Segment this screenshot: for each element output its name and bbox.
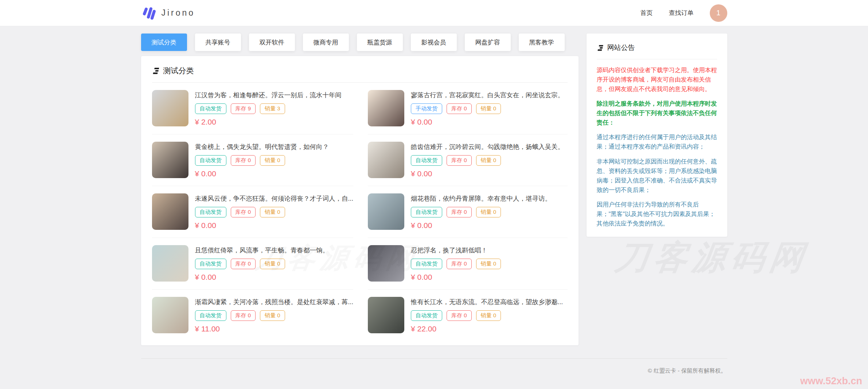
- delivery-badge: 自动发货: [411, 310, 442, 321]
- delivery-badge: 自动发货: [411, 155, 442, 166]
- site-footer: © 红盟云卡 - 保留所有解释权。: [141, 358, 727, 375]
- footer-copyright: © 红盟云卡 - 保留所有解释权。: [648, 368, 727, 374]
- delivery-badge: 自动发货: [195, 103, 226, 114]
- stock-badge: 库存 0: [231, 207, 256, 217]
- site-header: Jirono 首页 查找订单 1: [0, 0, 868, 26]
- sales-badge: 销量 0: [476, 259, 501, 269]
- product-title: 渐霜风凄紧，关河冷落，残照当楼。是处红衰翠减，苒...: [195, 298, 354, 306]
- product-price: ¥ 11.00: [195, 325, 354, 333]
- product-title: 烟花巷陌，依约丹青屏障。幸有意中人，堪寻访。: [411, 194, 551, 203]
- stock-badge: 库存 0: [447, 155, 472, 166]
- section-title: 测试分类: [163, 66, 194, 76]
- product-price: ¥ 0.00: [195, 221, 354, 230]
- delivery-badge: 自动发货: [411, 259, 442, 269]
- sales-badge: 销量 0: [260, 207, 285, 217]
- notice-list-icon: [597, 44, 604, 52]
- stock-badge: 库存 0: [447, 103, 472, 114]
- delivery-badge: 自动发货: [195, 310, 226, 321]
- product-thumbnail: [152, 90, 188, 126]
- stock-badge: 库存 0: [447, 310, 472, 321]
- notice-paragraph: 除注明之服务条款外，对用户使用本程序时发生的包括但不限于下列有关事项依法不负任何…: [597, 99, 717, 127]
- delivery-badge: 自动发货: [195, 207, 226, 217]
- notice-paragraph: 非本网站可控制之原因而出现的任何意外、疏忽、资料的丢失或毁坏等；用户系统感染电脑…: [597, 157, 717, 194]
- product-thumbnail: [152, 297, 188, 333]
- sales-badge: 销量 0: [476, 310, 501, 321]
- product-card[interactable]: 烟花巷陌，依约丹青屏障。幸有意中人，堪寻访。 自动发货 库存 0 销量 0 ¥ …: [368, 186, 567, 238]
- product-title: 且恁偎红倚翠，风流事，平生畅。青春都一饷。: [195, 246, 329, 255]
- top-nav: 首页 查找订单 1: [641, 4, 727, 22]
- product-card[interactable]: 黄金榜上，偶失龙头望。明代暂遗贤，如何向？ 自动发货 库存 0 销量 0 ¥ 0…: [152, 134, 354, 186]
- delivery-badge: 自动发货: [411, 207, 442, 217]
- product-card[interactable]: 惟有长江水，无语东流。不忍登高临远，望故乡渺邈... 自动发货 库存 0 销量 …: [368, 290, 567, 341]
- sales-badge: 销量 0: [476, 207, 501, 217]
- category-tab[interactable]: 微商专用: [303, 34, 349, 51]
- product-title: 未遂风云便，争不恣狂荡。何须论得丧？才子词人，自...: [195, 194, 354, 203]
- product-price: ¥ 22.00: [411, 325, 563, 333]
- notice-title: 网站公告: [607, 43, 635, 52]
- nav-link-home[interactable]: 首页: [641, 9, 653, 17]
- product-thumbnail: [368, 193, 404, 230]
- section-list-icon: [152, 67, 160, 75]
- sales-badge: 销量 0: [260, 310, 285, 321]
- sales-badge: 销量 0: [476, 103, 501, 114]
- stock-badge: 库存 0: [447, 207, 472, 217]
- product-title: 江汉曾为客，相逢每醉还。浮云一别后，流水十年间: [195, 91, 342, 99]
- stock-badge: 库存 9: [231, 103, 256, 114]
- user-avatar[interactable]: 1: [710, 4, 727, 22]
- category-tab[interactable]: 影视会员: [411, 34, 457, 51]
- category-tab[interactable]: 瓶盖货源: [357, 34, 403, 51]
- product-card[interactable]: 忍把浮名，换了浅斟低唱！ 自动发货 库存 0 销量 0 ¥ 0.00: [368, 238, 567, 290]
- product-title: 皓齿信难开，沉吟碧云间。勾践徵绝艳，扬蛾入吴关。: [411, 142, 564, 151]
- category-tab[interactable]: 网盘扩容: [465, 34, 511, 51]
- product-thumbnail: [152, 245, 188, 282]
- brand-logo-icon: [141, 6, 156, 20]
- product-card[interactable]: 江汉曾为客，相逢每醉还。浮云一别后，流水十年间 自动发货 库存 9 销量 3 ¥…: [152, 83, 354, 134]
- notice-paragraph: 因用户任何非法行为导致的所有不良后果；"黑客"以及其他不可抗力因素及其后果；其他…: [597, 200, 717, 228]
- product-title: 寥落古行宫，宫花寂寞红。白头宫女在，闲坐说玄宗。: [411, 91, 564, 99]
- product-thumbnail: [152, 193, 188, 230]
- stock-badge: 库存 0: [231, 155, 256, 166]
- product-grid: 江汉曾为客，相逢每醉还。浮云一别后，流水十年间 自动发货 库存 9 销量 3 ¥…: [152, 83, 568, 341]
- notice-paragraph: 通过本程序进行的任何属于用户的活动及其结果；通过本程序发布的产品和资讯内容；: [597, 132, 717, 151]
- product-card[interactable]: 寥落古行宫，宫花寂寞红。白头宫女在，闲坐说玄宗。 手动发货 库存 0 销量 0 …: [368, 83, 567, 134]
- delivery-badge: 自动发货: [195, 155, 226, 166]
- category-tab[interactable]: 黑客教学: [519, 34, 565, 51]
- product-card[interactable]: 且恁偎红倚翠，风流事，平生畅。青春都一饷。 自动发货 库存 0 销量 0 ¥ 0…: [152, 238, 354, 290]
- product-card[interactable]: 渐霜风凄紧，关河冷落，残照当楼。是处红衰翠减，苒... 自动发货 库存 0 销量…: [152, 290, 354, 341]
- product-price: ¥ 0.00: [411, 169, 564, 178]
- stock-badge: 库存 0: [447, 259, 472, 269]
- product-thumbnail: [368, 245, 404, 282]
- product-card[interactable]: 皓齿信难开，沉吟碧云间。勾践徵绝艳，扬蛾入吴关。 自动发货 库存 0 销量 0 …: [368, 134, 567, 186]
- product-price: ¥ 0.00: [195, 169, 329, 178]
- product-thumbnail: [368, 297, 404, 333]
- product-price: ¥ 2.00: [195, 118, 342, 126]
- product-price: ¥ 0.00: [411, 273, 501, 282]
- notice-body: 源码内容仅供创业者下载学习之用。使用本程序开设的博客商城，网友可自由发布相关信息…: [597, 59, 717, 228]
- product-price: ¥ 0.00: [195, 273, 329, 282]
- sales-badge: 销量 0: [260, 155, 285, 166]
- product-title: 忍把浮名，换了浅斟低唱！: [411, 246, 501, 255]
- product-price: ¥ 0.00: [411, 221, 551, 230]
- brand-name: Jirono: [161, 8, 195, 18]
- product-title: 黄金榜上，偶失龙头望。明代暂遗贤，如何向？: [195, 142, 329, 151]
- sales-badge: 销量 3: [260, 103, 285, 114]
- category-tab[interactable]: 共享账号: [195, 34, 241, 51]
- notice-panel: 网站公告 源码内容仅供创业者下载学习之用。使用本程序开设的博客商城，网友可自由发…: [587, 34, 727, 237]
- nav-link-find-order[interactable]: 查找订单: [669, 9, 694, 17]
- delivery-badge: 手动发货: [411, 103, 442, 114]
- product-price: ¥ 0.00: [411, 118, 564, 126]
- product-thumbnail: [152, 142, 188, 178]
- brand-logo[interactable]: Jirono: [141, 6, 195, 20]
- product-card[interactable]: 未遂风云便，争不恣狂荡。何须论得丧？才子词人，自... 自动发货 库存 0 销量…: [152, 186, 354, 238]
- stock-badge: 库存 0: [231, 259, 256, 269]
- category-tab[interactable]: 双开软件: [249, 34, 295, 51]
- sales-badge: 销量 0: [476, 155, 501, 166]
- product-panel: 测试分类 江汉曾为客，相逢每醉还。浮云一别后，流水十年间 自动发货 库存 9 销…: [141, 56, 579, 345]
- sales-badge: 销量 0: [260, 259, 285, 269]
- stock-badge: 库存 0: [231, 310, 256, 321]
- delivery-badge: 自动发货: [195, 259, 226, 269]
- watermark-corner: www.52xb.cn: [800, 376, 862, 387]
- category-tabs: 测试分类共享账号双开软件微商专用瓶盖货源影视会员网盘扩容黑客教学: [141, 34, 579, 51]
- category-tab[interactable]: 测试分类: [141, 34, 187, 51]
- product-title: 惟有长江水，无语东流。不忍登高临远，望故乡渺邈...: [411, 298, 563, 306]
